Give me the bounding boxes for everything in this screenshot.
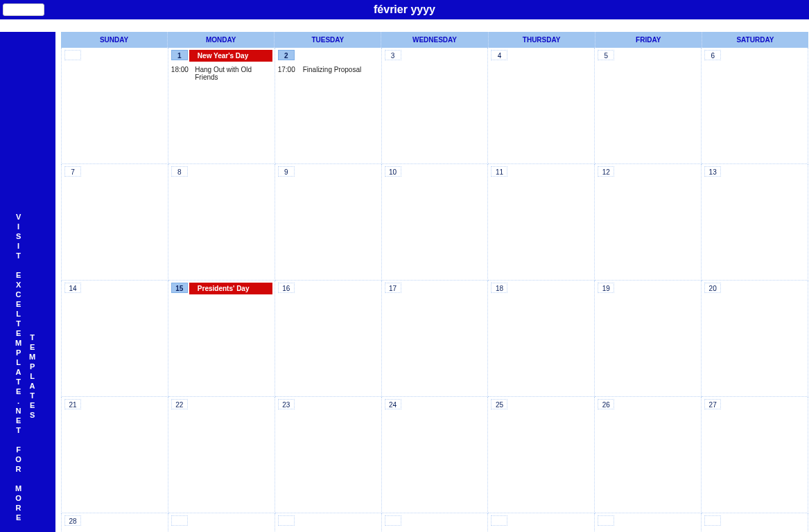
calendar: SUNDAYMONDAYTUESDAYWEDNESDAYTHURSDAYFRID…: [61, 32, 808, 532]
day-number: 28: [64, 515, 81, 526]
day-number: [64, 50, 81, 60]
day-number: 22: [171, 399, 188, 409]
calendar-cell[interactable]: 6: [702, 48, 808, 164]
calendar-week-row: 1New Year's Day18:00Hang Out with Old Fr…: [61, 48, 808, 164]
day-number: 7: [64, 166, 81, 177]
event-text: Hang Out with Old Friends: [195, 66, 272, 81]
calendar-cell[interactable]: 28: [61, 513, 168, 532]
calendar-cell[interactable]: 14: [61, 281, 168, 397]
event-time: 18:00: [171, 66, 191, 81]
weekday-header: FRIDAY: [595, 32, 702, 48]
day-number: 4: [491, 50, 507, 60]
calendar-cell[interactable]: 22: [168, 397, 275, 513]
calendar-cell[interactable]: 7: [61, 164, 168, 281]
calendar-week-row: 21222324252627: [61, 397, 808, 513]
calendar-cell[interactable]: [702, 513, 808, 532]
calendar-event[interactable]: 18:00Hang Out with Old Friends: [171, 66, 272, 81]
calendar-week-row: 28: [61, 513, 808, 532]
calendar-cell[interactable]: 1New Year's Day18:00Hang Out with Old Fr…: [168, 48, 275, 164]
calendar-cell[interactable]: 3: [382, 48, 489, 164]
calendar-cell[interactable]: [275, 513, 382, 532]
calendar-cell[interactable]: 25: [488, 397, 595, 513]
day-number: 18: [491, 283, 507, 293]
event-time: 17:00: [278, 66, 299, 73]
day-number: 16: [278, 283, 295, 293]
day-number: 26: [598, 399, 614, 409]
day-number: 8: [171, 166, 188, 177]
day-number: 15: [171, 283, 188, 293]
calendar-week-row: 1415Presidents' Day1617181920: [61, 281, 808, 397]
calendar-cell[interactable]: 4: [488, 48, 595, 164]
calendar-cell[interactable]: 11: [488, 164, 595, 281]
day-number: [491, 515, 507, 526]
weekday-header: SATURDAY: [702, 32, 808, 48]
calendar-cell[interactable]: 24: [382, 397, 489, 513]
holiday-badge: New Year's Day: [189, 50, 272, 62]
calendar-cell[interactable]: 21: [61, 397, 168, 513]
calendar-cell[interactable]: [61, 48, 168, 164]
weekday-header: TUESDAY: [275, 32, 381, 48]
calendar-weeks: 1New Year's Day18:00Hang Out with Old Fr…: [61, 48, 808, 532]
page-title: février yyyy: [0, 3, 809, 16]
day-number: 3: [385, 50, 401, 60]
calendar-cell[interactable]: 8: [168, 164, 275, 281]
day-number: 17: [385, 283, 401, 293]
calendar-cell[interactable]: 15Presidents' Day: [168, 281, 275, 397]
weekday-header: WEDNESDAY: [381, 32, 488, 48]
day-number: [598, 515, 614, 526]
day-number: [278, 515, 295, 526]
day-number: [171, 515, 188, 526]
weekday-header-row: SUNDAYMONDAYTUESDAYWEDNESDAYTHURSDAYFRID…: [61, 32, 808, 48]
calendar-cell[interactable]: 27: [702, 397, 808, 513]
day-number: 19: [598, 283, 614, 293]
calendar-event[interactable]: 17:00Finalizing Proposal: [278, 66, 379, 73]
calendar-cell[interactable]: [595, 513, 702, 532]
calendar-cell[interactable]: [488, 513, 595, 532]
day-number: 21: [64, 399, 81, 409]
day-number: 9: [278, 166, 295, 177]
weekday-header: MONDAY: [168, 32, 275, 48]
day-number: 24: [385, 399, 401, 409]
day-number: 11: [491, 166, 507, 177]
day-number: 10: [385, 166, 401, 177]
day-number: 25: [491, 399, 507, 409]
calendar-cell[interactable]: 5: [595, 48, 702, 164]
holiday-badge: Presidents' Day: [189, 283, 272, 294]
day-number: 23: [278, 399, 295, 409]
calendar-cell[interactable]: [382, 513, 489, 532]
day-number: 14: [64, 283, 81, 293]
sidebar-promo-text: V I S I T E X C E L T E M P L A T E . N …: [15, 212, 22, 522]
calendar-cell[interactable]: 23: [275, 397, 382, 513]
sidebar: V I S I T E X C E L T E M P L A T E . N …: [0, 32, 55, 532]
calendar-cell[interactable]: 17: [382, 281, 489, 397]
day-number: 2: [278, 50, 295, 60]
calendar-cell[interactable]: 26: [595, 397, 702, 513]
calendar-cell[interactable]: 10: [382, 164, 489, 281]
calendar-cell[interactable]: [168, 513, 275, 532]
calendar-cell[interactable]: 13: [702, 164, 808, 281]
calendar-cell[interactable]: 217:00Finalizing Proposal: [275, 48, 382, 164]
calendar-cell[interactable]: 20: [702, 281, 808, 397]
calendar-cell[interactable]: 18: [488, 281, 595, 397]
day-number: 1: [171, 50, 188, 60]
event-text: Finalizing Proposal: [303, 66, 362, 73]
calendar-cell[interactable]: 12: [595, 164, 702, 281]
title-input[interactable]: [3, 3, 44, 16]
calendar-cell[interactable]: 16: [275, 281, 382, 397]
day-number: 6: [704, 50, 721, 60]
weekday-header: SUNDAY: [61, 32, 168, 48]
title-bar: février yyyy: [0, 0, 809, 19]
day-number: 12: [598, 166, 614, 177]
day-number: 13: [704, 166, 721, 177]
day-number: 27: [704, 399, 721, 409]
day-number: [704, 515, 721, 526]
sidebar-promo-text-2: T E M P L A T E S: [29, 332, 36, 420]
weekday-header: THURSDAY: [489, 32, 595, 48]
day-number: 5: [598, 50, 614, 60]
calendar-week-row: 78910111213: [61, 164, 808, 281]
calendar-cell[interactable]: 9: [275, 164, 382, 281]
day-number: [385, 515, 401, 526]
day-number: 20: [704, 283, 721, 293]
calendar-cell[interactable]: 19: [595, 281, 702, 397]
